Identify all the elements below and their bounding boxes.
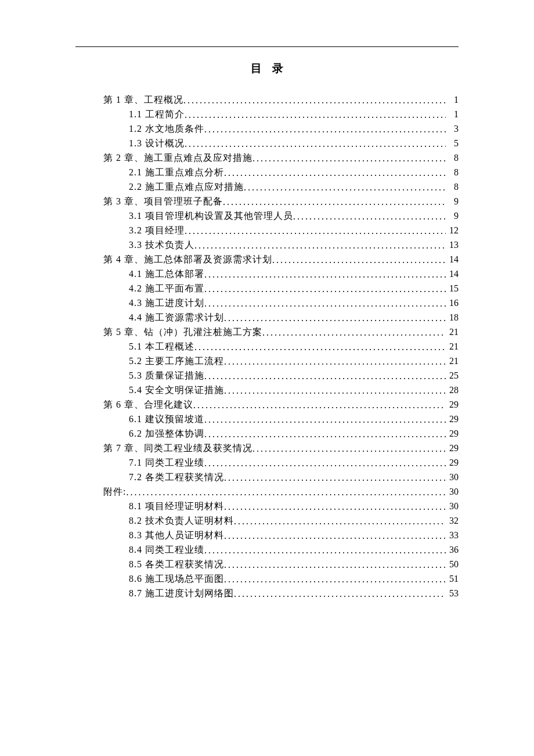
toc-entry-page: 30 [446,470,459,484]
toc-leader-dots [252,441,446,455]
toc-entry-page: 13 [446,237,459,252]
toc-entry-label: 第 3 章、项目管理班子配备 [103,194,223,208]
toc-leader-dots [204,267,446,281]
toc-entry: 3.1 项目管理机构设置及其他管理人员9 [75,208,459,223]
toc-entry-page: 3 [446,121,459,136]
toc-entry-label: 8.7 施工进度计划网络图 [129,586,234,600]
toc-entry-page: 29 [446,397,459,412]
toc-leader-dots [204,282,446,296]
toc-entry-page: 29 [446,426,459,441]
toc-entry-label: 5.1 本工程概述 [129,339,194,354]
toc-entry-page: 21 [446,354,459,368]
toc-entry: 5.2 主要工序施工流程21 [75,354,459,368]
toc-entry-label: 4.3 施工进度计划 [129,296,204,310]
toc-entry: 8.3 其他人员证明材料33 [75,528,459,542]
toc-entry: 第 3 章、项目管理班子配备9 [75,194,459,208]
toc-entry: 第 1 章、工程概况1 [75,92,459,107]
toc-entry-page: 16 [446,296,459,310]
toc-entry: 2.1 施工重点难点分析8 [75,165,459,179]
toc-entry-label: 3.1 项目管理机构设置及其他管理人员 [129,208,293,223]
document-page: 目录 第 1 章、工程概况11.1 工程简介11.2 水文地质条件31.3 设计… [0,0,534,600]
toc-entry: 8.7 施工进度计划网络图53 [75,586,459,600]
toc-leader-dots [194,340,446,354]
toc-leader-dots [194,238,446,252]
toc-leader-dots [224,165,446,179]
toc-leader-dots [126,485,446,499]
toc-leader-dots [223,195,446,208]
toc-entry-label: 第 4 章、施工总体部署及资源需求计划 [103,252,272,267]
toc-entry-label: 第 7 章、同类工程业绩及获奖情况 [103,441,252,455]
toc-entry: 3.3 技术负责人13 [75,237,459,252]
toc-leader-dots [224,470,446,484]
toc-entry-page: 5 [446,136,459,150]
toc-leader-dots [204,369,446,383]
toc-entry-label: 5.3 质量保证措施 [129,368,204,383]
toc-leader-dots [204,296,446,310]
toc-leader-dots [252,151,446,165]
toc-entry-label: 8.4 同类工程业绩 [129,542,204,557]
toc-leader-dots [193,398,446,412]
toc-leader-dots [204,543,446,557]
toc-entry-label: 8.3 其他人员证明材料 [129,528,224,542]
toc-entry-label: 8.2 技术负责人证明材料 [129,513,234,528]
toc-entry: 1.2 水文地质条件3 [75,121,459,136]
toc-entry-page: 18 [446,310,459,325]
toc-entry-label: 第 1 章、工程概况 [103,92,183,107]
toc-entry-label: 3.2 项目经理 [129,223,185,237]
toc-entry: 6.2 加强整体协调29 [75,426,459,441]
toc-entry-label: 1.2 水文地质条件 [129,121,204,136]
toc-entry-label: 4.1 施工总体部署 [129,267,204,281]
toc-leader-dots [185,107,446,121]
toc-entry-label: 3.3 技术负责人 [129,237,194,252]
toc-entry-page: 29 [446,455,459,470]
toc-entry-label: 1.1 工程简介 [129,107,185,121]
toc-leader-dots [204,122,446,136]
toc-entry-page: 1 [446,107,459,121]
toc-entry-page: 21 [446,325,459,339]
toc-leader-dots [224,528,446,542]
toc-entry: 3.2 项目经理12 [75,223,459,237]
toc-entry: 7.1 同类工程业绩29 [75,455,459,470]
toc-entry-label: 1.3 设计概况 [129,136,185,150]
toc-entry-page: 28 [446,383,459,397]
toc-entry-page: 8 [446,150,459,165]
toc-entry-page: 33 [446,528,459,542]
toc-entry-page: 29 [446,441,459,455]
toc-leader-dots [224,557,446,571]
toc-entry-label: 8.6 施工现场总平面图 [129,571,224,586]
toc-entry-label: 8.1 项目经理证明材料 [129,499,224,513]
toc-entry-page: 21 [446,339,459,354]
toc-entry-page: 14 [446,252,459,267]
toc-entry-page: 30 [446,499,459,513]
toc-entry: 2.2 施工重点难点应对措施8 [75,179,459,194]
toc-entry-label: 附件: [103,484,126,499]
toc-leader-dots [204,412,446,426]
toc-entry-label: 第 5 章、钻（冲）孔灌注桩施工方案 [103,325,262,339]
toc-leader-dots [234,586,446,600]
toc-leader-dots [185,136,446,150]
toc-title: 目录 [75,61,459,76]
toc-entry-label: 第 6 章、合理化建议 [103,397,193,412]
table-of-contents: 第 1 章、工程概况11.1 工程简介11.2 水文地质条件31.3 设计概况5… [75,92,459,600]
toc-entry-label: 5.4 安全文明保证措施 [129,383,224,397]
toc-entry: 1.1 工程简介1 [75,107,459,121]
toc-entry-page: 51 [446,571,459,586]
toc-leader-dots [183,93,446,107]
header-rule [75,46,459,47]
toc-entry-page: 14 [446,267,459,281]
toc-entry: 5.4 安全文明保证措施28 [75,383,459,397]
toc-entry: 附件:30 [75,484,459,499]
toc-entry: 第 4 章、施工总体部署及资源需求计划14 [75,252,459,267]
toc-leader-dots [224,311,446,325]
toc-entry-page: 9 [446,208,459,223]
toc-entry-page: 30 [446,484,459,499]
toc-entry: 8.5 各类工程获奖情况50 [75,557,459,571]
toc-entry: 4.3 施工进度计划16 [75,296,459,310]
toc-entry-page: 25 [446,368,459,383]
toc-entry-page: 9 [446,194,459,208]
toc-leader-dots [224,354,446,368]
toc-entry-page: 53 [446,586,459,600]
toc-leader-dots [262,325,446,339]
toc-entry-label: 4.4 施工资源需求计划 [129,310,224,325]
toc-leader-dots [224,383,446,397]
